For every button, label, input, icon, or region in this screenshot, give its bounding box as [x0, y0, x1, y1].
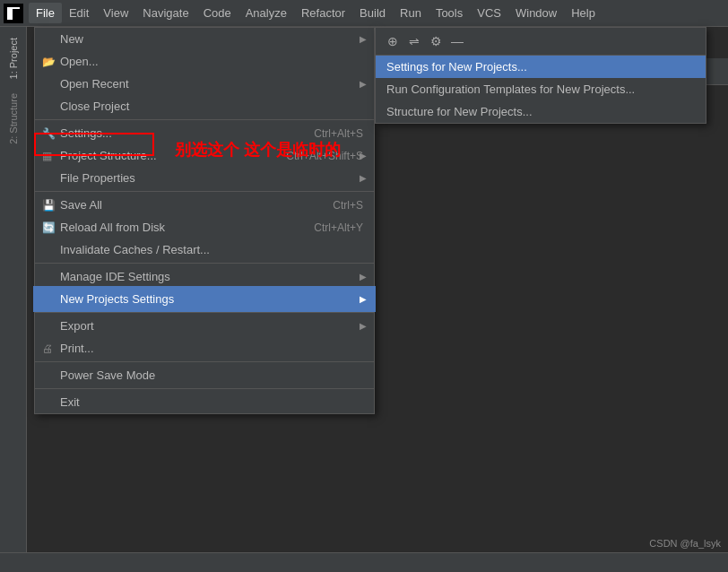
- menu-item-export[interactable]: Export ▶: [35, 315, 374, 337]
- submenu-item-settings-new[interactable]: Settings for New Projects...: [376, 56, 706, 78]
- open-recent-arrow-icon: ▶: [360, 79, 367, 89]
- file-menu-dropdown: New ▶ 📂 Open... Open Recent ▶ Close Proj…: [34, 27, 375, 414]
- menu-item-close-project[interactable]: Close Project: [35, 95, 374, 117]
- menu-window[interactable]: Window: [508, 3, 564, 23]
- submenu-item-structure-new[interactable]: Structure for New Projects...: [376, 100, 706, 123]
- submenu-gear-icon[interactable]: ⚙: [426, 31, 446, 51]
- save-icon: 💾: [42, 199, 56, 212]
- menu-item-new[interactable]: New ▶: [35, 28, 374, 50]
- menu-view[interactable]: View: [96, 3, 135, 23]
- menu-item-exit[interactable]: Exit: [35, 391, 374, 413]
- menu-refactor[interactable]: Refactor: [294, 3, 352, 23]
- separator-5: [35, 361, 374, 362]
- status-bar: [0, 552, 728, 572]
- new-arrow-icon: ▶: [360, 34, 367, 44]
- sidebar-left: 1: Project 2: Structure: [0, 27, 27, 572]
- menu-bar: File Edit View Navigate Code Analyze Ref…: [0, 0, 728, 27]
- print-icon: 🖨: [42, 342, 53, 355]
- menu-run[interactable]: Run: [393, 3, 429, 23]
- sidebar-tab-structure[interactable]: 2: Structure: [4, 86, 22, 152]
- svg-rect-1: [7, 7, 13, 20]
- project-structure-icon: ▦: [42, 150, 52, 162]
- separator-3: [35, 263, 374, 264]
- menu-item-power-save[interactable]: Power Save Mode: [35, 364, 374, 386]
- menu-item-new-projects-settings[interactable]: New Projects Settings ▶: [35, 288, 374, 310]
- menu-item-save-all[interactable]: 💾 Save All Ctrl+S: [35, 194, 374, 216]
- project-structure-arrow-icon: ▶: [360, 151, 367, 160]
- separator-6: [35, 388, 374, 389]
- new-projects-submenu: ⊕ ⇌ ⚙ — Settings for New Projects... Run…: [375, 27, 706, 124]
- wrench-icon: 🔧: [42, 127, 56, 140]
- sidebar-tab-project[interactable]: 1: Project: [4, 30, 22, 86]
- submenu-toolbar: ⊕ ⇌ ⚙ —: [376, 28, 706, 56]
- app-logo: [4, 4, 23, 23]
- menu-tools[interactable]: Tools: [429, 3, 470, 23]
- menu-build[interactable]: Build: [352, 3, 393, 23]
- submenu-swap-icon[interactable]: ⇌: [404, 31, 424, 51]
- separator-1: [35, 119, 374, 120]
- open-folder-icon: 📂: [42, 56, 56, 68]
- export-arrow-icon: ▶: [360, 321, 367, 331]
- file-props-arrow-icon: ▶: [360, 173, 367, 183]
- menu-file[interactable]: File: [29, 3, 62, 23]
- menu-item-open[interactable]: 📂 Open...: [35, 50, 374, 73]
- separator-4: [35, 312, 374, 313]
- separator-2: [35, 191, 374, 192]
- annotation-text: 别选这个 这个是临时的: [175, 139, 341, 160]
- menu-item-reload[interactable]: 🔄 Reload All from Disk Ctrl+Alt+Y: [35, 216, 374, 238]
- submenu-sync-icon[interactable]: ⊕: [383, 31, 403, 51]
- menu-navigate[interactable]: Navigate: [135, 3, 195, 23]
- menu-item-print[interactable]: 🖨 Print...: [35, 337, 374, 360]
- menu-code[interactable]: Code: [196, 3, 238, 23]
- new-projects-arrow-icon: ▶: [360, 294, 367, 304]
- reload-icon: 🔄: [42, 221, 56, 234]
- menu-vcs[interactable]: VCS: [470, 3, 508, 23]
- submenu-item-run-config[interactable]: Run Configuration Templates for New Proj…: [376, 78, 706, 100]
- submenu-minus-icon[interactable]: —: [447, 31, 467, 51]
- menu-analyze[interactable]: Analyze: [238, 3, 294, 23]
- manage-ide-arrow-icon: ▶: [360, 272, 367, 282]
- menu-item-invalidate[interactable]: Invalidate Caches / Restart...: [35, 238, 374, 261]
- menu-help[interactable]: Help: [564, 3, 602, 23]
- menu-item-open-recent[interactable]: Open Recent ▶: [35, 73, 374, 95]
- menu-item-file-properties[interactable]: File Properties ▶: [35, 167, 374, 189]
- menu-item-manage-ide[interactable]: Manage IDE Settings ▶: [35, 265, 374, 288]
- svg-rect-2: [7, 7, 20, 9]
- watermark-text: CSDN @fa_lsyk: [649, 538, 721, 549]
- menu-edit[interactable]: Edit: [62, 3, 96, 23]
